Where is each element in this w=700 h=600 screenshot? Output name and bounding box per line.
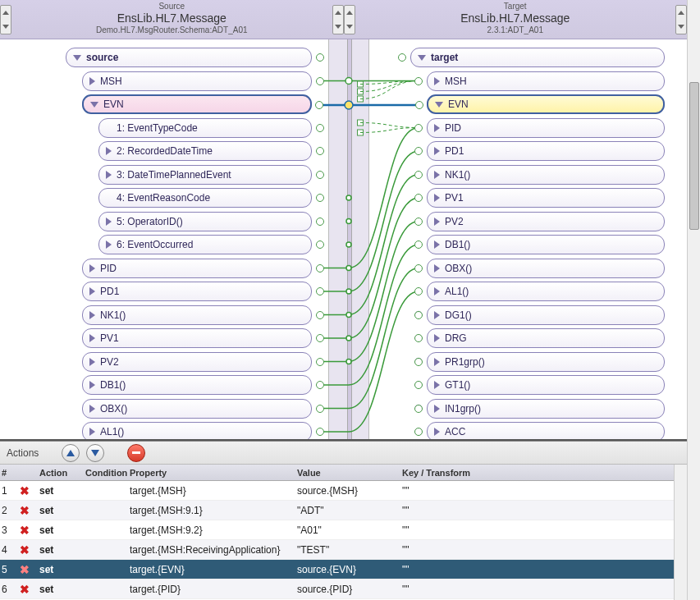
col-key-header[interactable]: Key / Transform — [400, 465, 687, 480]
source-node[interactable]: EVN — [82, 94, 312, 114]
target-node[interactable]: EVN — [427, 94, 665, 114]
delete-row-icon[interactable]: ✖ — [20, 543, 30, 556]
source-node[interactable]: DB1() — [82, 375, 312, 395]
target-sort-widget-2[interactable] — [675, 5, 687, 34]
input-port[interactable] — [414, 287, 423, 295]
target-node[interactable]: MSH — [427, 71, 665, 91]
output-port[interactable] — [315, 101, 323, 109]
source-node[interactable]: 6: EventOccurred — [98, 235, 312, 254]
source-node[interactable]: PID — [82, 259, 312, 278]
source-node[interactable]: MSH — [82, 71, 312, 91]
output-port[interactable] — [316, 171, 324, 179]
target-node[interactable]: AL1() — [427, 282, 665, 301]
arrow-up-icon — [66, 450, 75, 456]
input-port[interactable] — [414, 428, 423, 436]
source-sort-widget-2[interactable] — [332, 5, 344, 34]
output-port[interactable] — [316, 124, 324, 132]
source-node[interactable]: 5: OperatorID() — [98, 212, 312, 231]
output-port[interactable] — [316, 287, 324, 295]
target-root-node[interactable]: target — [410, 48, 665, 67]
input-port[interactable] — [414, 194, 423, 202]
input-port[interactable] — [414, 264, 423, 273]
source-node[interactable]: 4: EventReasonCode — [98, 188, 312, 208]
target-node[interactable]: IN1grp() — [427, 399, 665, 419]
input-port[interactable] — [414, 77, 423, 85]
output-port[interactable] — [316, 334, 324, 342]
delete-row-icon[interactable]: ✖ — [20, 504, 30, 517]
source-node[interactable]: 1: EventTypeCode — [98, 118, 312, 138]
target-node[interactable]: ACC — [427, 422, 665, 441]
target-node[interactable]: DB1() — [427, 235, 665, 254]
target-node[interactable]: OBX() — [427, 259, 665, 278]
expand-icon — [434, 218, 440, 226]
col-property-header[interactable]: Property — [128, 465, 295, 480]
target-node[interactable]: PV1 — [427, 188, 665, 208]
delete-row-icon[interactable]: ✖ — [20, 583, 30, 596]
output-port[interactable] — [316, 405, 324, 413]
actions-scrollbar[interactable] — [674, 465, 687, 600]
delete-row-icon[interactable]: ✖ — [20, 484, 30, 497]
input-port[interactable] — [414, 334, 423, 342]
action-row[interactable]: 1✖settarget.{MSH}source.{MSH}"" — [0, 481, 687, 501]
target-node[interactable]: PD1 — [427, 141, 665, 161]
delete-row-icon[interactable]: ✖ — [20, 524, 30, 537]
input-port[interactable] — [414, 311, 423, 319]
output-port[interactable] — [316, 264, 324, 273]
node-label: MSH — [445, 76, 467, 87]
input-port[interactable] — [414, 358, 423, 366]
input-port[interactable] — [414, 171, 423, 179]
scrollbar-thumb[interactable] — [689, 82, 699, 230]
action-row[interactable]: 5✖settarget.{EVN}source.{EVN}"" — [0, 560, 687, 579]
target-node[interactable]: DG1() — [427, 305, 665, 325]
output-port[interactable] — [316, 428, 324, 436]
target-node[interactable]: PID — [427, 118, 665, 138]
col-value-header[interactable]: Value — [295, 465, 400, 480]
source-root-node[interactable]: source — [66, 48, 312, 67]
col-condition-header[interactable]: Condition — [84, 465, 128, 480]
action-row[interactable]: 3✖settarget.{MSH:9.2}"A01""" — [0, 520, 687, 540]
source-node[interactable]: PV1 — [82, 328, 312, 348]
page-scrollbar[interactable] — [687, 0, 700, 600]
output-port[interactable] — [316, 311, 324, 319]
input-port[interactable] — [414, 405, 423, 413]
target-sort-widget[interactable] — [344, 5, 355, 34]
source-node[interactable]: 2: RecordedDateTime — [98, 141, 312, 161]
expand-icon — [73, 55, 81, 61]
source-node[interactable]: AL1() — [82, 422, 312, 441]
action-row[interactable]: 2✖settarget.{MSH:9.1}"ADT""" — [0, 501, 687, 520]
output-port[interactable] — [316, 147, 324, 155]
output-port[interactable] — [316, 240, 324, 249]
target-node[interactable]: NK1() — [427, 165, 665, 185]
delete-row-icon[interactable]: ✖ — [20, 563, 30, 576]
source-sort-widget[interactable] — [0, 5, 11, 34]
output-port[interactable] — [316, 381, 324, 389]
output-port[interactable] — [316, 77, 324, 85]
output-port[interactable] — [316, 194, 324, 202]
target-node[interactable]: DRG — [427, 328, 665, 348]
action-row[interactable]: 4✖settarget.{MSH:ReceivingApplication}"T… — [0, 540, 687, 560]
delete-button[interactable] — [127, 444, 145, 462]
input-port[interactable] — [414, 218, 423, 226]
source-node[interactable]: NK1() — [82, 305, 312, 325]
col-action-header[interactable]: Action — [38, 465, 84, 480]
target-node[interactable]: GT1() — [427, 375, 665, 395]
output-port[interactable] — [316, 358, 324, 366]
input-port[interactable] — [414, 124, 423, 132]
col-num-header[interactable]: # — [0, 465, 18, 480]
action-row[interactable]: 6✖settarget.{PID}source.{PID}"" — [0, 579, 687, 599]
output-port[interactable] — [316, 218, 324, 226]
output-port[interactable] — [316, 53, 324, 62]
target-node[interactable]: PV2 — [427, 212, 665, 231]
input-port[interactable] — [414, 381, 423, 389]
source-node[interactable]: OBX() — [82, 399, 312, 419]
input-port[interactable] — [414, 147, 423, 155]
source-node[interactable]: PV2 — [82, 352, 312, 372]
move-up-button[interactable] — [62, 444, 80, 462]
source-node[interactable]: 3: DateTimePlannedEvent — [98, 165, 312, 185]
move-down-button[interactable] — [86, 444, 104, 462]
input-port[interactable] — [398, 53, 406, 62]
input-port[interactable] — [414, 240, 423, 249]
source-node[interactable]: PD1 — [82, 282, 312, 301]
input-port[interactable] — [415, 101, 423, 109]
target-node[interactable]: PR1grp() — [427, 352, 665, 372]
